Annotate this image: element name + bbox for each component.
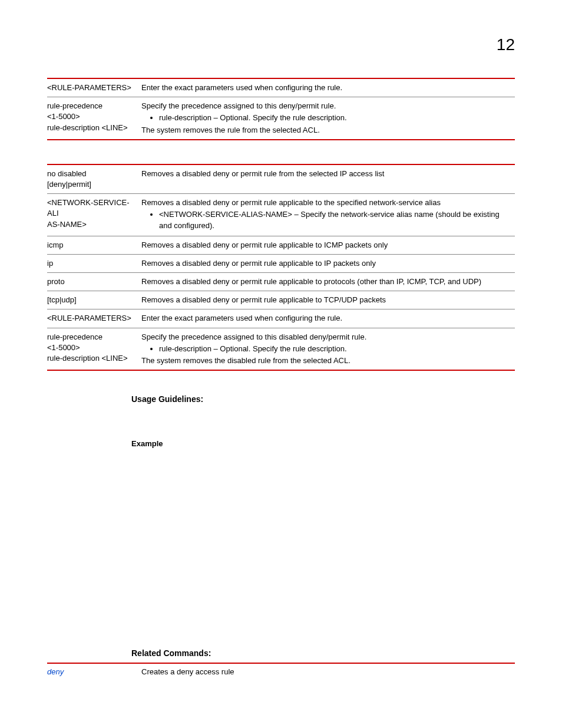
text-line: rule-description <LINE> [47,123,137,133]
table-row: <RULE-PARAMETERS> Enter the exact parame… [47,309,515,328]
text-line: The system removes the rule from the sel… [141,125,510,136]
table-row: rule-precedence <1-5000> rule-descriptio… [47,97,515,140]
param-name: <RULE-PARAMETERS> [47,78,141,97]
related-command-desc: Creates a deny access rule [141,663,515,680]
param-name: rule-precedence <1-5000> rule-descriptio… [47,328,141,370]
param-desc: Enter the exact parameters used when con… [141,78,515,97]
text-line: rule-description <LINE> [47,353,137,364]
param-desc: Specify the precedence assigned to this … [141,97,515,140]
bullet-list: <NETWORK-SERVICE-ALIAS-NAME> – Specify t… [159,208,510,232]
parameters-table-1: <RULE-PARAMETERS> Enter the exact parame… [47,78,515,140]
table-row: icmp Removes a disabled deny or permit r… [47,236,515,254]
param-desc: Removes a disabled deny or permit rule a… [141,273,515,291]
text-line: The system removes the disabled rule fro… [141,355,510,366]
param-name: ip [47,254,141,272]
table-row: [tcp|udp] Removes a disabled deny or per… [47,291,515,309]
text-line: AS-NAME> [47,219,137,230]
table-row: rule-precedence <1-5000> rule-descriptio… [47,328,515,370]
param-name: icmp [47,236,141,254]
text-line: [deny|permit] [47,179,137,190]
bullet-item: rule-description – Optional. Specify the… [159,111,510,124]
table-row: <NETWORK-SERVICE-ALI AS-NAME> Removes a … [47,194,515,236]
example-heading: Example [131,439,515,448]
text-line: rule-precedence [47,101,137,111]
parameters-table-2: no disabled [deny|permit] Removes a disa… [47,164,515,371]
param-name: [tcp|udp] [47,291,141,309]
table-row: <RULE-PARAMETERS> Enter the exact parame… [47,78,515,97]
bullet-item: <NETWORK-SERVICE-ALIAS-NAME> – Specify t… [159,208,510,232]
param-name: <NETWORK-SERVICE-ALI AS-NAME> [47,194,141,236]
table-row: proto Removes a disabled deny or permit … [47,273,515,291]
param-name: <RULE-PARAMETERS> [47,309,141,328]
deny-link[interactable]: deny [47,667,64,676]
page-number: 12 [47,35,515,54]
related-commands-heading: Related Commands: [131,648,515,658]
table-row: deny Creates a deny access rule [47,663,515,680]
related-command-name: deny [47,663,141,680]
param-name: proto [47,273,141,291]
bullet-list: rule-description – Optional. Specify the… [159,342,510,355]
param-name: rule-precedence <1-5000> rule-descriptio… [47,97,141,140]
param-desc: Enter the exact parameters used when con… [141,309,515,328]
text-line: Removes a disabled deny or permit rule a… [141,197,510,208]
related-commands-table: deny Creates a deny access rule [47,663,515,680]
param-desc: Removes a disabled deny or permit rule a… [141,254,515,272]
param-desc: Removes a disabled deny or permit rule a… [141,291,515,309]
text-line: <NETWORK-SERVICE-ALI [47,197,137,219]
param-desc: Removes a disabled deny or permit rule f… [141,164,515,194]
usage-guidelines-heading: Usage Guidelines: [131,394,515,404]
text-line: rule-precedence [47,332,137,342]
text-line: Specify the precedence assigned to this … [141,101,510,111]
param-desc: Removes a disabled deny or permit rule a… [141,236,515,254]
text-line: <1-5000> [47,111,137,122]
bullet-item: rule-description – Optional. Specify the… [159,342,510,355]
text-line: Specify the precedence assigned to this … [141,332,510,342]
text-line: no disabled [47,169,137,179]
param-name: no disabled [deny|permit] [47,164,141,194]
text-line: <1-5000> [47,342,137,353]
param-desc: Removes a disabled deny or permit rule a… [141,194,515,236]
table-row: no disabled [deny|permit] Removes a disa… [47,164,515,194]
bullet-list: rule-description – Optional. Specify the… [159,111,510,124]
table-row: ip Removes a disabled deny or permit rul… [47,254,515,272]
param-desc: Specify the precedence assigned to this … [141,328,515,370]
